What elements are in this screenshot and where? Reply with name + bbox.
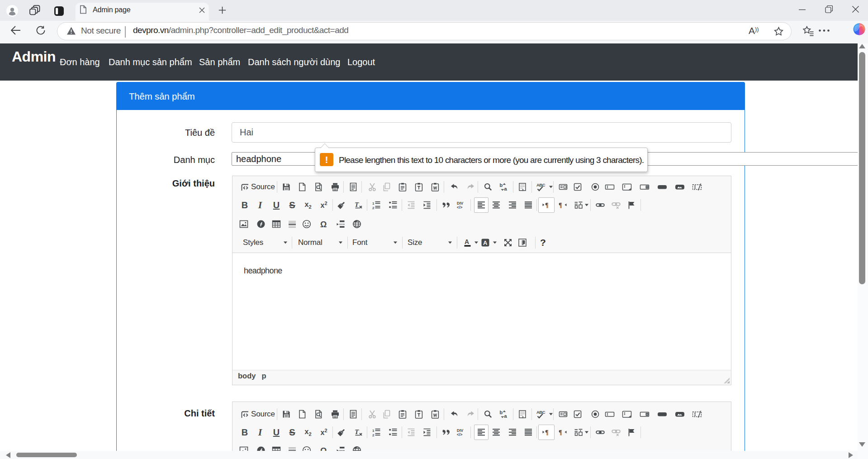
svg-text:¶: ¶: [545, 429, 549, 436]
svg-text:T: T: [355, 201, 359, 208]
svg-text:Ω: Ω: [320, 446, 327, 451]
svg-text:b: b: [500, 410, 503, 415]
svg-text:1: 1: [372, 201, 375, 206]
svg-text:T: T: [355, 428, 359, 435]
svg-text:¶: ¶: [545, 202, 549, 209]
svg-text:2: 2: [372, 433, 375, 437]
svg-text:¶: ¶: [559, 202, 562, 209]
svg-text:ABC: ABC: [536, 182, 545, 187]
svg-text:2: 2: [372, 206, 375, 210]
svg-text:1: 1: [372, 429, 375, 433]
svg-text:a: a: [504, 413, 508, 419]
svg-text:</>: </>: [457, 205, 462, 210]
svg-text:b: b: [500, 182, 503, 188]
svg-text:</>: </>: [457, 432, 462, 437]
svg-text:DIV: DIV: [457, 428, 464, 433]
svg-text:¶: ¶: [559, 429, 562, 436]
svg-text:Ω: Ω: [320, 220, 327, 229]
svg-text:a: a: [504, 186, 508, 191]
svg-text:A: A: [483, 239, 488, 246]
svg-text:A: A: [465, 238, 469, 245]
svg-text:ABC: ABC: [536, 410, 545, 415]
svg-text:DIV: DIV: [457, 201, 464, 206]
